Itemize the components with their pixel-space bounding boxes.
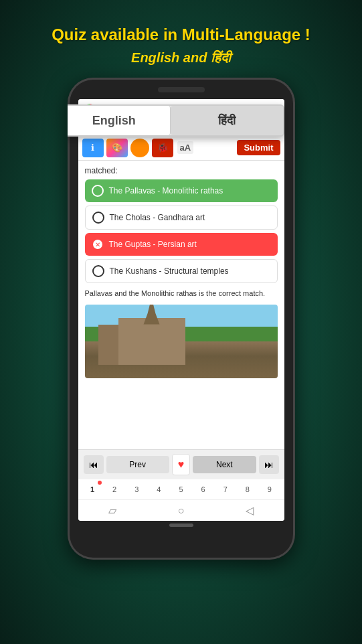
question-prefix: matched: [85, 166, 278, 175]
option-1-radio [92, 185, 104, 197]
info-button[interactable]: ℹ [82, 139, 104, 157]
phone-device: English हिंदी UPSC Prelims Prep Marks: 0… [68, 78, 295, 560]
subtitle: English and हिंदी [131, 50, 231, 66]
font-size-control[interactable]: aA [177, 141, 194, 154]
english-language-button[interactable]: English [68, 106, 171, 135]
hindi-language-button[interactable]: हिंदी [171, 106, 283, 135]
temple-image [85, 305, 278, 378]
option-2[interactable]: The Cholas - Gandhara art [85, 206, 278, 230]
option-3[interactable]: ✕ The Guptas - Persian art [85, 233, 278, 256]
page-numbers-bar: 1 2 3 4 5 6 7 8 9 [78, 479, 284, 499]
android-back-button[interactable]: ◁ [246, 504, 254, 517]
submit-button[interactable]: Submit [237, 140, 280, 155]
temple-shape-2 [118, 318, 185, 365]
language-toggle: English हिंदी [68, 104, 284, 137]
option-4-text: The Kushans - Structural temples [110, 266, 229, 276]
skip-first-button[interactable]: ⏮ [84, 455, 104, 474]
next-label: Next [216, 460, 233, 469]
content-area: matched: The Pallavas - Monolithic ratha… [78, 161, 284, 449]
page-1[interactable]: 1 [84, 482, 100, 497]
page-3[interactable]: 3 [128, 482, 145, 497]
prev-label: Prev [129, 460, 146, 469]
subtitle-english: English and [131, 50, 207, 65]
android-navigation-bar: ▱ ○ ◁ [78, 499, 284, 521]
page-7[interactable]: 7 [217, 482, 234, 497]
bug-button[interactable]: 🐞 [152, 139, 173, 157]
option-2-radio [92, 212, 104, 224]
skip-last-button[interactable]: ⏭ [259, 455, 279, 474]
option-4[interactable]: The Kushans - Structural temples [85, 259, 278, 283]
option-3-radio: ✕ [92, 238, 104, 250]
phone-screen: UPSC Prelims Prep Marks: 0/1 History 1 Q… [78, 99, 284, 521]
phone-speaker [158, 87, 205, 92]
page-5[interactable]: 5 [173, 482, 189, 497]
page-4[interactable]: 4 [151, 482, 167, 497]
option-1[interactable]: The Pallavas - Monolithic rathas [85, 179, 278, 202]
bottom-navigation: ⏮ Prev ♥ Next ⏭ [78, 449, 284, 479]
next-button[interactable]: Next [193, 456, 256, 473]
option-1-text: The Pallavas - Monolithic rathas [109, 186, 223, 195]
page-2[interactable]: 2 [106, 482, 122, 497]
option-2-text: The Cholas - Gandhara art [110, 213, 205, 222]
page-9[interactable]: 9 [262, 482, 278, 497]
main-title: Quiz available in Multi-Language ! [52, 24, 310, 45]
subtitle-hindi: हिंदी [207, 50, 231, 65]
android-recent-button[interactable]: ▱ [108, 504, 116, 517]
toolbar: ℹ 🎨 🐞 aA Submit [78, 135, 284, 161]
explanation-text: Pallavas and the Monolithic rathas is th… [85, 289, 278, 299]
color-button[interactable]: 🎨 [106, 139, 128, 157]
page-8[interactable]: 8 [240, 482, 256, 497]
circle-button[interactable] [130, 139, 149, 157]
phone-home-indicator [169, 524, 193, 527]
android-home-button[interactable]: ○ [178, 505, 185, 517]
favorite-button[interactable]: ♥ [172, 454, 191, 475]
option-4-radio [92, 265, 104, 277]
prev-button[interactable]: Prev [106, 456, 169, 473]
page-6[interactable]: 6 [195, 482, 211, 497]
option-3-text: The Guptas - Persian art [109, 240, 197, 249]
